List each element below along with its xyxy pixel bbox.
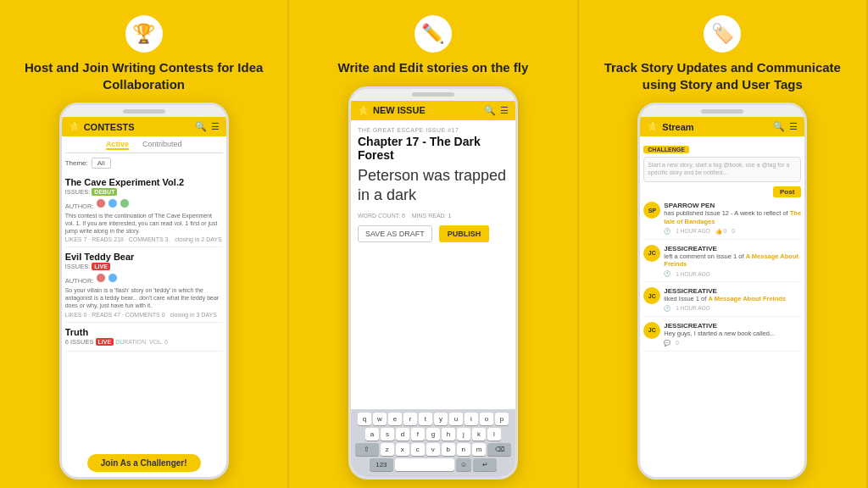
contest-meta-1: ISSUES: DEBUT [65, 188, 223, 196]
phone-notch-1 [62, 105, 226, 117]
key-k[interactable]: k [472, 428, 486, 441]
stream-menu-icon[interactable]: ☰ [789, 121, 798, 132]
post-button[interactable]: Post [773, 186, 801, 197]
key-w[interactable]: w [373, 413, 387, 425]
key-i[interactable]: i [465, 413, 478, 425]
key-shift[interactable]: ⇧ [355, 443, 379, 456]
stream-avatar-3: JC [643, 287, 660, 304]
story-text[interactable]: Peterson was trapped in a dark [358, 166, 509, 206]
write-header-icons: 🔍 ☰ [484, 105, 509, 116]
keyboard-row-1: q w e r t y u i o p [353, 413, 514, 425]
avatar-2-1 [96, 273, 106, 283]
stream-body-2: JESSICREATIVE left a comment on Issue 1 … [664, 245, 801, 278]
key-backspace[interactable]: ⌫ [487, 443, 511, 456]
key-numbers[interactable]: 123 [370, 458, 393, 471]
join-challenger-button[interactable]: Join As a Challenger! [87, 454, 201, 472]
contest-item-3: Truth 6 ISSUES LIVE DURATION: VOL. 6 [65, 323, 223, 352]
stream-body-3: JESSICREATIVE liked Issue 1 of A Message… [664, 287, 801, 312]
stream-placeholder: Start a new story, start a tag @book, us… [648, 162, 789, 175]
stream-text-4: Hey guys, I started a new book called... [664, 330, 801, 338]
challenge-badge: CHALLENGE [643, 146, 689, 153]
search-icon[interactable]: 🔍 [195, 121, 207, 132]
write-search-icon[interactable]: 🔍 [484, 105, 496, 116]
stream-body-1: SPARROW PEN has published Issue 12 - A w… [664, 202, 801, 235]
tab-active[interactable]: Active [106, 140, 129, 150]
stream-user-3[interactable]: JESSICREATIVE [664, 287, 801, 295]
notch-bar-2 [412, 92, 454, 97]
notch-bar-1 [123, 109, 165, 114]
contests-content: Active Contributed Theme: All The Cave E… [62, 136, 226, 449]
author-label-2: AUTHOR: [65, 271, 223, 285]
contests-icon: 🏆 [125, 15, 163, 53]
write-icon: ✏️ [415, 15, 452, 53]
stream-search-icon[interactable]: 🔍 [773, 121, 785, 132]
like-icon-1[interactable]: 👍 0 [715, 228, 726, 235]
author-label-1: AUTHOR: [65, 197, 223, 210]
phone-notch-3 [640, 105, 804, 117]
stream-time-3: 🕐 1 HOUR AGO [664, 305, 801, 312]
tab-contributed[interactable]: Contributed [142, 140, 182, 150]
contest-stats-1: LIKES 7 · READS 218 · COMMENTS 3 closing… [65, 236, 223, 242]
contest-desc-2: So your villain is a 'flash' story on 't… [65, 286, 223, 309]
comment-count-1: 0 [732, 228, 735, 234]
key-v[interactable]: v [426, 443, 440, 456]
stream-user-2[interactable]: JESSICREATIVE [664, 245, 801, 252]
key-g[interactable]: g [426, 428, 440, 441]
stream-user-4[interactable]: JESSICREATIVE [664, 322, 801, 330]
key-c[interactable]: c [411, 443, 425, 456]
key-r[interactable]: r [403, 413, 417, 425]
stream-avatar-1: SP [643, 202, 660, 219]
key-emoji[interactable]: ☺ [456, 458, 471, 471]
stream-avatar-4: JC [643, 322, 660, 339]
key-q[interactable]: q [358, 413, 371, 425]
key-space[interactable] [395, 458, 454, 471]
key-t[interactable]: t [419, 413, 432, 425]
chapter-title[interactable]: Chapter 17 - The Dark Forest [358, 135, 509, 164]
write-menu-icon[interactable]: ☰ [500, 105, 509, 116]
contest-stats-2: LIKES 0 · READS 47 · COMMENTS 0 closing … [65, 312, 223, 318]
key-y[interactable]: y [434, 413, 448, 425]
stream-user-1[interactable]: SPARROW PEN [664, 202, 801, 209]
key-b[interactable]: b [442, 443, 455, 456]
key-d[interactable]: d [396, 428, 409, 441]
stream-header-icons: 🔍 ☰ [773, 121, 798, 132]
stream-avatar-2: JC [643, 245, 660, 262]
write-app-title: 🌟 NEW ISSUE [358, 105, 426, 116]
contest-meta-3: 6 ISSUES LIVE DURATION: VOL. 6 [65, 338, 223, 346]
key-s[interactable]: s [381, 428, 394, 441]
key-return[interactable]: ↵ [473, 458, 497, 471]
avatar-1-3 [120, 198, 130, 208]
key-e[interactable]: e [388, 413, 402, 425]
key-o[interactable]: o [480, 413, 493, 425]
contest-title-3[interactable]: Truth [65, 327, 223, 337]
panel-write-title: Write and Edit stories on the fly [338, 59, 529, 76]
contests-app-header: 🌟 CONTESTS 🔍 ☰ [62, 117, 226, 136]
stream-content: CHALLENGE Start a new story, start a tag… [640, 136, 804, 477]
stream-input[interactable]: Start a new story, start a tag @book, us… [643, 157, 801, 182]
key-j[interactable]: j [457, 428, 470, 441]
phone-notch-2 [351, 89, 515, 101]
key-a[interactable]: a [365, 428, 379, 441]
contest-title-1[interactable]: The Cave Experiment Vol.2 [65, 177, 223, 187]
key-f[interactable]: f [411, 428, 425, 441]
stream-logo-icon: 🌟 [647, 121, 659, 132]
stream-time-4: 💬 0 [664, 340, 801, 347]
key-m[interactable]: m [472, 443, 487, 456]
save-draft-button[interactable]: SAVE AS DRAFT [358, 225, 432, 242]
key-u[interactable]: u [449, 413, 463, 425]
panel-stream-title: Track Story Updates and Communicate usin… [589, 59, 856, 92]
key-z[interactable]: z [381, 443, 394, 456]
publish-button[interactable]: PUBLISH [439, 225, 490, 242]
contest-title-2[interactable]: Evil Teddy Bear [65, 252, 223, 262]
key-l[interactable]: l [487, 428, 501, 441]
key-p[interactable]: p [495, 413, 509, 425]
key-x[interactable]: x [396, 443, 409, 456]
panel-write: ✏️ Write and Edit stories on the fly 🌟 N… [289, 0, 578, 488]
key-h[interactable]: h [442, 428, 455, 441]
menu-icon[interactable]: ☰ [211, 121, 220, 132]
contest-item-2: Evil Teddy Bear ISSUES: LIVE AUTHOR: So … [65, 247, 223, 322]
stream-app-title: 🌟 Stream [647, 121, 693, 132]
stream-link-3[interactable]: A Message About Freinds [708, 295, 786, 302]
key-n[interactable]: n [457, 443, 470, 456]
filter-value[interactable]: All [92, 158, 111, 169]
